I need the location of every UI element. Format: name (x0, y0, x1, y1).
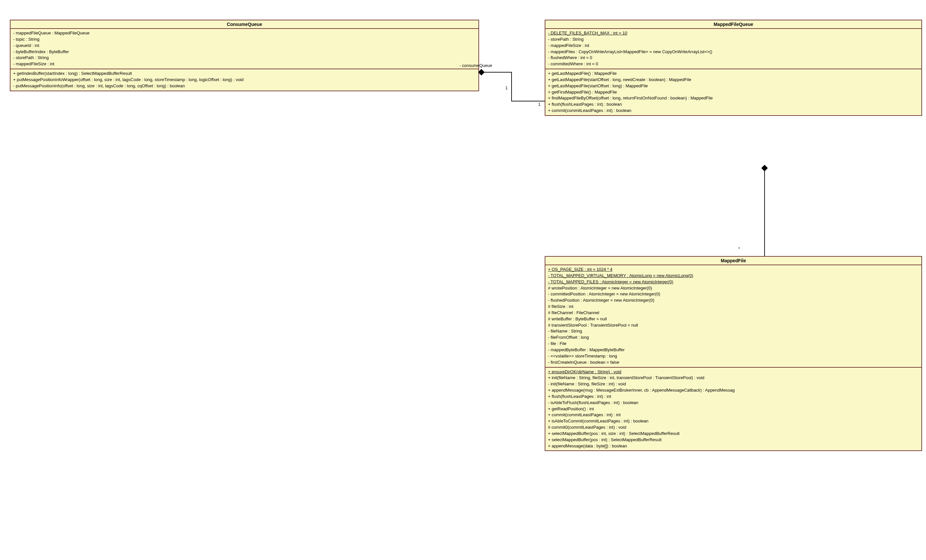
class-operation: + isAbleToCommit(commitLeastPages : int)… (548, 418, 919, 424)
attributes-compartment: - DELETE_FILES_BATCH_MAX : int = 10 - st… (545, 29, 921, 69)
class-attribute: # fileSize : int (548, 304, 919, 310)
class-operation: + findMappedFileByOffset(offset : long, … (548, 95, 919, 101)
class-attribute: - flushedWhere : int = 0 (548, 55, 919, 61)
attributes-compartment: + OS_PAGE_SIZE : int = 1024 * 4 - TOTAL_… (545, 265, 921, 367)
class-title: ConsumeQueue (11, 20, 478, 29)
class-operation: + getLastMappedFile(startOffset : long, … (548, 77, 919, 83)
class-operation: + getFirstMappedFile() : MappedFile (548, 89, 919, 95)
class-attribute: - storePath : String (13, 55, 476, 61)
class-attribute: - <<volatile>> storeTimestamp : long (548, 353, 919, 359)
attributes-compartment: - mappedFileQueue : MappedFileQueue - to… (11, 29, 478, 69)
class-attribute: # writeBuffer : ByteBuffer = null (548, 316, 919, 322)
class-attribute: - committedWhere : int = 0 (548, 61, 919, 67)
connector-line (484, 72, 512, 73)
class-operation: + commit(commitLeastPages : int) : int (548, 412, 919, 418)
class-consumequeue: ConsumeQueue - mappedFileQueue : MappedF… (10, 20, 479, 91)
class-operation: + flush(flushLeastPages : int) : boolean (548, 101, 919, 107)
connector-line (764, 170, 765, 256)
operations-compartment: + ensureDirOK(dirName : String) : void +… (545, 367, 921, 451)
connector-line (511, 101, 545, 101)
class-attribute: - firstCreateInQueue : boolean = false (548, 359, 919, 366)
association-label: - consumeQueue (459, 63, 492, 68)
class-operation: + appendMessage(data : byte[]) : boolean (548, 443, 919, 450)
class-operation: + getLastMappedFile() : MappedFile (548, 71, 919, 77)
class-title: MappedFile (545, 257, 921, 265)
class-operation: + getIndexBuffer(startIndex : long) : Se… (13, 71, 476, 77)
multiplicity-label: 1 (538, 102, 540, 107)
class-attribute: - file : File (548, 341, 919, 347)
class-operation: + getReadPosition() : int (548, 406, 919, 412)
class-attribute: # wrotePosition : AtomicInteger = new At… (548, 285, 919, 292)
class-attribute: - queueId : int (13, 43, 476, 49)
class-attribute: - TOTAL_MAPPED_VIRTUAL_MEMORY : AtomicLo… (548, 273, 919, 279)
operations-compartment: + getIndexBuffer(startIndex : long) : Se… (11, 69, 478, 91)
class-mappedfilequeue: MappedFileQueue - DELETE_FILES_BATCH_MAX… (545, 20, 922, 116)
class-attribute: - TOTAL_MAPPED_FILES : AtomicInteger = n… (548, 279, 919, 285)
class-attribute: - mappedByteBuffer : MappedByteBuffer (548, 347, 919, 353)
class-attribute: - DELETE_FILES_BATCH_MAX : int = 10 (548, 30, 919, 36)
class-operation: # commit0(commitLeastPages : int) : void (548, 424, 919, 431)
class-attribute: # transientStorePool : TransientStorePoo… (548, 322, 919, 328)
class-operation: + init(fileName : String, fileSize : int… (548, 375, 919, 381)
operations-compartment: + getLastMappedFile() : MappedFile + get… (545, 69, 921, 115)
class-operation: + selectMappedBuffer(pos : int) : Select… (548, 437, 919, 443)
class-operation: + putMessagePositionInfoWrapper(offset :… (13, 77, 476, 83)
class-attribute: - storePath : String (548, 36, 919, 43)
class-attribute: - committedPosition : AtomicInteger = ne… (548, 291, 919, 297)
class-attribute: # fileChannel : FileChannel (548, 310, 919, 316)
class-attribute: + OS_PAGE_SIZE : int = 1024 * 4 (548, 266, 919, 273)
class-operation: + appendMessage(msg : MessageExtBrokerIn… (548, 387, 919, 394)
class-attribute: - fileFromOffset : long (548, 334, 919, 341)
class-operation: - init(fileName : String, fileSize : int… (548, 381, 919, 387)
connector-line (511, 72, 512, 101)
class-attribute: - fileName : String (548, 328, 919, 334)
class-operation: + ensureDirOK(dirName : String) : void (548, 369, 919, 375)
class-attribute: - mappedFiles : CopyOnWriteArrayList<Map… (548, 49, 919, 55)
class-operation: - putMessagePositionInfo(offset : long, … (13, 83, 476, 89)
class-attribute: - flushedPosition : AtomicInteger = new … (548, 297, 919, 304)
class-operation: - isAbleToFlush(flushLeastPages : int) :… (548, 400, 919, 406)
class-attribute: - byteBufferIndex : ByteBuffer (13, 49, 476, 55)
class-operation: + commit(commitLeastPages : int) : boole… (548, 107, 919, 114)
class-attribute: - topic : String (13, 36, 476, 43)
class-operation: + getLastMappedFile(startOffset : long) … (548, 83, 919, 89)
class-attribute: - mappedFileQueue : MappedFileQueue (13, 30, 476, 36)
class-mappedfile: MappedFile + OS_PAGE_SIZE : int = 1024 *… (545, 256, 922, 451)
class-attribute: - mappedFileSize : int (548, 43, 919, 49)
multiplicity-label: 1 (505, 85, 508, 90)
class-operation: + flush(flushLeastPages : int) : int (548, 394, 919, 400)
class-operation: + selectMappedBuffer(pos : int, size : i… (548, 431, 919, 437)
diagram-canvas: ConsumeQueue - mappedFileQueue : MappedF… (0, 0, 926, 560)
class-title: MappedFileQueue (545, 20, 921, 29)
class-attribute: - mappedFileSize : int (13, 61, 476, 67)
multiplicity-label: * (738, 246, 740, 251)
